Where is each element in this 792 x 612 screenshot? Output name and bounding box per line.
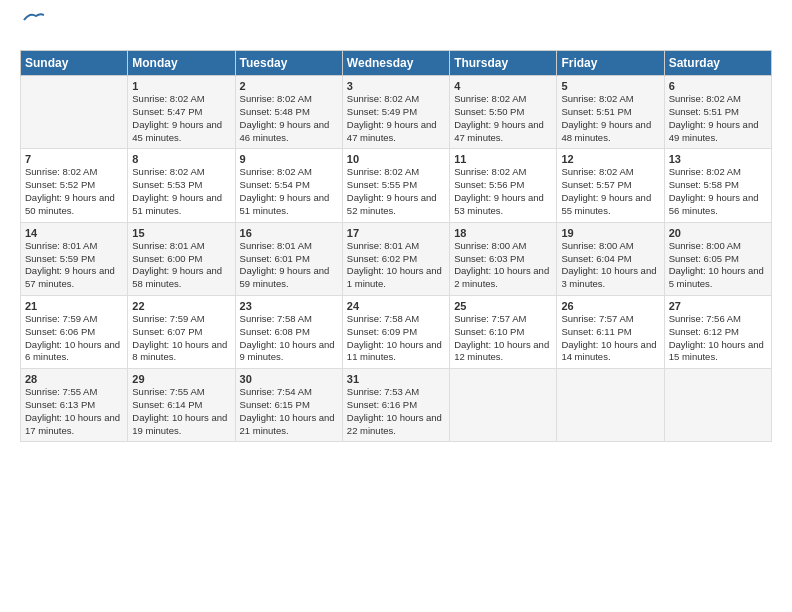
daylight-text: Daylight: 10 hours and 3 minutes. — [561, 265, 659, 291]
daylight-text: Daylight: 9 hours and 46 minutes. — [240, 119, 338, 145]
calendar-cell: 26Sunrise: 7:57 AMSunset: 6:11 PMDayligh… — [557, 295, 664, 368]
sunrise-text: Sunrise: 8:00 AM — [561, 240, 659, 253]
sunset-text: Sunset: 6:09 PM — [347, 326, 445, 339]
calendar-cell: 10Sunrise: 8:02 AMSunset: 5:55 PMDayligh… — [342, 149, 449, 222]
calendar-cell: 23Sunrise: 7:58 AMSunset: 6:08 PMDayligh… — [235, 295, 342, 368]
calendar-week-row: 1Sunrise: 8:02 AMSunset: 5:47 PMDaylight… — [21, 76, 772, 149]
daylight-text: Daylight: 9 hours and 45 minutes. — [132, 119, 230, 145]
column-header-wednesday: Wednesday — [342, 51, 449, 76]
day-number: 28 — [25, 373, 123, 385]
sunset-text: Sunset: 5:59 PM — [25, 253, 123, 266]
calendar-cell: 21Sunrise: 7:59 AMSunset: 6:06 PMDayligh… — [21, 295, 128, 368]
sunrise-text: Sunrise: 8:02 AM — [454, 93, 552, 106]
column-header-friday: Friday — [557, 51, 664, 76]
calendar-cell: 3Sunrise: 8:02 AMSunset: 5:49 PMDaylight… — [342, 76, 449, 149]
sunset-text: Sunset: 5:48 PM — [240, 106, 338, 119]
daylight-text: Daylight: 10 hours and 21 minutes. — [240, 412, 338, 438]
day-number: 7 — [25, 153, 123, 165]
daylight-text: Daylight: 10 hours and 12 minutes. — [454, 339, 552, 365]
day-number: 14 — [25, 227, 123, 239]
sunrise-text: Sunrise: 7:53 AM — [347, 386, 445, 399]
sunset-text: Sunset: 6:07 PM — [132, 326, 230, 339]
daylight-text: Daylight: 10 hours and 8 minutes. — [132, 339, 230, 365]
day-number: 25 — [454, 300, 552, 312]
column-header-sunday: Sunday — [21, 51, 128, 76]
calendar-header-row: SundayMondayTuesdayWednesdayThursdayFrid… — [21, 51, 772, 76]
sunset-text: Sunset: 6:12 PM — [669, 326, 767, 339]
calendar-cell: 11Sunrise: 8:02 AMSunset: 5:56 PMDayligh… — [450, 149, 557, 222]
daylight-text: Daylight: 9 hours and 53 minutes. — [454, 192, 552, 218]
day-number: 17 — [347, 227, 445, 239]
day-number: 1 — [132, 80, 230, 92]
day-number: 15 — [132, 227, 230, 239]
sunset-text: Sunset: 6:11 PM — [561, 326, 659, 339]
sunrise-text: Sunrise: 7:57 AM — [561, 313, 659, 326]
sunrise-text: Sunrise: 8:01 AM — [347, 240, 445, 253]
page-header — [20, 16, 772, 40]
day-number: 30 — [240, 373, 338, 385]
daylight-text: Daylight: 9 hours and 55 minutes. — [561, 192, 659, 218]
day-number: 4 — [454, 80, 552, 92]
calendar-cell: 18Sunrise: 8:00 AMSunset: 6:03 PMDayligh… — [450, 222, 557, 295]
day-number: 8 — [132, 153, 230, 165]
sunset-text: Sunset: 6:13 PM — [25, 399, 123, 412]
calendar-cell: 19Sunrise: 8:00 AMSunset: 6:04 PMDayligh… — [557, 222, 664, 295]
calendar-cell — [557, 369, 664, 442]
sunset-text: Sunset: 5:52 PM — [25, 179, 123, 192]
sunrise-text: Sunrise: 8:02 AM — [669, 93, 767, 106]
calendar-table: SundayMondayTuesdayWednesdayThursdayFrid… — [20, 50, 772, 442]
sunrise-text: Sunrise: 8:02 AM — [347, 166, 445, 179]
sunset-text: Sunset: 6:08 PM — [240, 326, 338, 339]
day-number: 22 — [132, 300, 230, 312]
calendar-cell: 13Sunrise: 8:02 AMSunset: 5:58 PMDayligh… — [664, 149, 771, 222]
day-number: 24 — [347, 300, 445, 312]
calendar-week-row: 7Sunrise: 8:02 AMSunset: 5:52 PMDaylight… — [21, 149, 772, 222]
calendar-week-row: 28Sunrise: 7:55 AMSunset: 6:13 PMDayligh… — [21, 369, 772, 442]
day-number: 31 — [347, 373, 445, 385]
calendar-cell: 17Sunrise: 8:01 AMSunset: 6:02 PMDayligh… — [342, 222, 449, 295]
sunrise-text: Sunrise: 8:02 AM — [25, 166, 123, 179]
logo — [20, 16, 44, 40]
calendar-cell: 7Sunrise: 8:02 AMSunset: 5:52 PMDaylight… — [21, 149, 128, 222]
daylight-text: Daylight: 10 hours and 14 minutes. — [561, 339, 659, 365]
daylight-text: Daylight: 9 hours and 47 minutes. — [347, 119, 445, 145]
daylight-text: Daylight: 10 hours and 11 minutes. — [347, 339, 445, 365]
page-container: SundayMondayTuesdayWednesdayThursdayFrid… — [0, 0, 792, 452]
sunrise-text: Sunrise: 8:02 AM — [132, 166, 230, 179]
sunset-text: Sunset: 5:54 PM — [240, 179, 338, 192]
daylight-text: Daylight: 10 hours and 22 minutes. — [347, 412, 445, 438]
sunset-text: Sunset: 5:51 PM — [669, 106, 767, 119]
day-number: 19 — [561, 227, 659, 239]
sunset-text: Sunset: 6:03 PM — [454, 253, 552, 266]
sunrise-text: Sunrise: 8:01 AM — [132, 240, 230, 253]
column-header-thursday: Thursday — [450, 51, 557, 76]
sunrise-text: Sunrise: 8:00 AM — [454, 240, 552, 253]
day-number: 29 — [132, 373, 230, 385]
sunset-text: Sunset: 6:05 PM — [669, 253, 767, 266]
calendar-cell — [664, 369, 771, 442]
calendar-cell — [450, 369, 557, 442]
sunset-text: Sunset: 6:10 PM — [454, 326, 552, 339]
daylight-text: Daylight: 9 hours and 52 minutes. — [347, 192, 445, 218]
calendar-cell: 16Sunrise: 8:01 AMSunset: 6:01 PMDayligh… — [235, 222, 342, 295]
calendar-cell: 14Sunrise: 8:01 AMSunset: 5:59 PMDayligh… — [21, 222, 128, 295]
sunrise-text: Sunrise: 7:54 AM — [240, 386, 338, 399]
daylight-text: Daylight: 9 hours and 57 minutes. — [25, 265, 123, 291]
sunrise-text: Sunrise: 7:57 AM — [454, 313, 552, 326]
calendar-week-row: 14Sunrise: 8:01 AMSunset: 5:59 PMDayligh… — [21, 222, 772, 295]
sunset-text: Sunset: 5:57 PM — [561, 179, 659, 192]
day-number: 18 — [454, 227, 552, 239]
daylight-text: Daylight: 10 hours and 9 minutes. — [240, 339, 338, 365]
sunrise-text: Sunrise: 7:55 AM — [25, 386, 123, 399]
sunrise-text: Sunrise: 8:02 AM — [561, 166, 659, 179]
day-number: 11 — [454, 153, 552, 165]
sunrise-text: Sunrise: 8:02 AM — [132, 93, 230, 106]
sunrise-text: Sunrise: 8:00 AM — [669, 240, 767, 253]
sunset-text: Sunset: 5:50 PM — [454, 106, 552, 119]
calendar-cell: 24Sunrise: 7:58 AMSunset: 6:09 PMDayligh… — [342, 295, 449, 368]
calendar-cell: 25Sunrise: 7:57 AMSunset: 6:10 PMDayligh… — [450, 295, 557, 368]
column-header-saturday: Saturday — [664, 51, 771, 76]
calendar-cell: 15Sunrise: 8:01 AMSunset: 6:00 PMDayligh… — [128, 222, 235, 295]
sunrise-text: Sunrise: 7:58 AM — [347, 313, 445, 326]
calendar-cell: 1Sunrise: 8:02 AMSunset: 5:47 PMDaylight… — [128, 76, 235, 149]
